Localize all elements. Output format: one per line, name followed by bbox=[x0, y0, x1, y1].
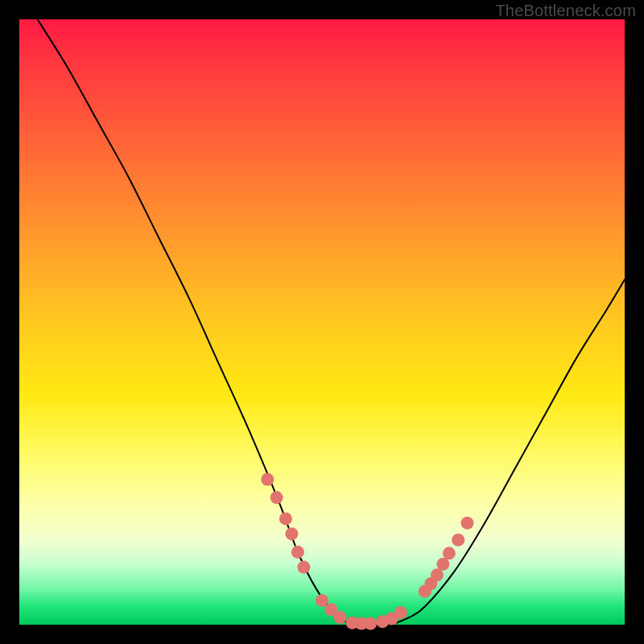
highlight-markers bbox=[261, 473, 473, 630]
marker-dot bbox=[334, 611, 347, 624]
chart-frame: TheBottleneck.com bbox=[0, 0, 644, 644]
marker-dot bbox=[431, 568, 444, 581]
marker-dot bbox=[364, 617, 377, 630]
plot-area bbox=[19, 19, 625, 625]
marker-dot bbox=[443, 547, 456, 559]
marker-dot bbox=[394, 606, 407, 619]
marker-dot bbox=[285, 527, 298, 540]
marker-dot bbox=[279, 512, 292, 525]
bottleneck-curve bbox=[38, 19, 625, 625]
marker-dot bbox=[270, 491, 283, 504]
watermark-text: TheBottleneck.com bbox=[495, 2, 636, 20]
marker-dot bbox=[461, 517, 474, 530]
marker-dot bbox=[316, 594, 328, 607]
marker-dot bbox=[261, 473, 274, 486]
curve-svg bbox=[19, 19, 625, 625]
marker-dot bbox=[297, 561, 310, 574]
marker-dot bbox=[452, 534, 464, 547]
marker-dot bbox=[436, 558, 449, 571]
marker-dot bbox=[291, 546, 304, 559]
